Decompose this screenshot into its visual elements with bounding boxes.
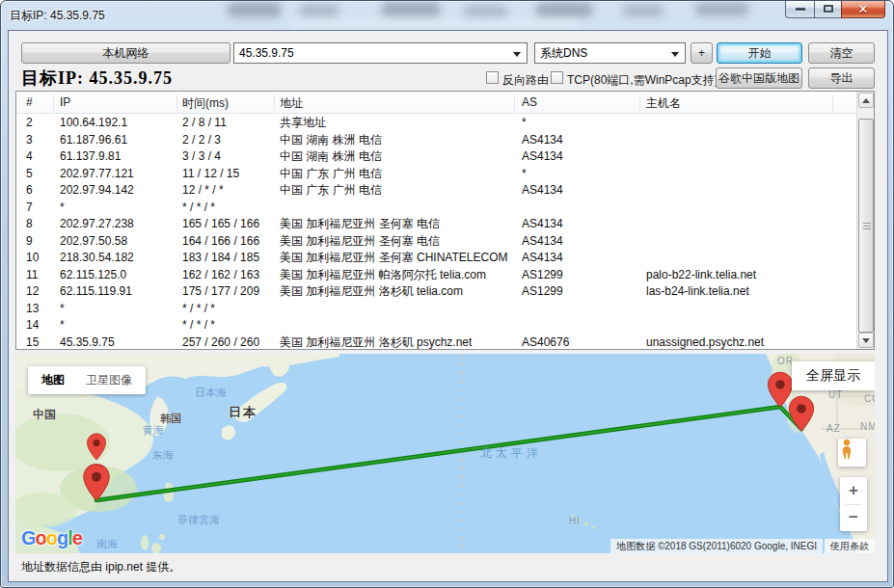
glass-reflection — [300, 5, 339, 16]
column-divider[interactable] — [639, 94, 640, 111]
table-header: # IP 时间(ms) 地址 AS 主机名 — [16, 92, 856, 114]
close-button[interactable]: ✕ — [841, 1, 885, 18]
reverse-route-checkbox[interactable] — [486, 71, 499, 84]
status-bar: 地址数据信息由 ipip.net 提供。 — [15, 553, 875, 581]
table-cell: 3 — [26, 131, 33, 148]
clear-button[interactable]: 清空 — [808, 42, 875, 64]
table-cell: 8 — [26, 215, 33, 232]
local-network-button[interactable]: 本机网络 — [21, 42, 230, 64]
table-cell: * — [60, 316, 65, 334]
table-row[interactable]: 1262.115.119.91175 / 177 / 209美国 加利福尼亚州 … — [16, 282, 856, 300]
table-cell: * — [522, 165, 527, 182]
table-row[interactable]: 6202.97.94.14212 / * / *中国 广东 广州 电信AS413… — [16, 181, 856, 199]
table-cell: 218.30.54.182 — [60, 249, 134, 266]
column-header-time[interactable]: 时间(ms) — [182, 95, 229, 112]
chevron-down-icon[interactable] — [513, 52, 521, 57]
google-logo-letter: g — [57, 527, 68, 548]
table-row[interactable]: 2100.64.192.12 / 8 / 11共享地址* — [16, 114, 856, 131]
table-row[interactable]: 14** / * / * — [16, 316, 856, 334]
map-type-map-button[interactable]: 地图 — [41, 372, 65, 388]
table-scrollbar[interactable] — [856, 92, 874, 349]
table-cell: AS40676 — [522, 334, 569, 351]
table-cell: * / * / * — [182, 199, 215, 216]
google-cn-map-button[interactable]: 谷歌中国版地图 — [716, 67, 802, 89]
table-row[interactable]: 10218.30.54.182183 / 184 / 185美国 加利福尼亚州 … — [16, 249, 856, 266]
column-header-hostname[interactable]: 主机名 — [646, 95, 681, 112]
table-cell: 美国 加利福尼亚州 圣何塞 电信 — [280, 215, 440, 232]
title-bar[interactable]: 目标IP: 45.35.9.75 ✕ — [1, 1, 893, 30]
table-cell: 美国 加利福尼亚州 帕洛阿尔托 telia.com — [280, 266, 486, 283]
column-divider[interactable] — [274, 94, 275, 111]
glass-reflection — [382, 2, 440, 16]
column-divider[interactable] — [832, 94, 833, 111]
maximize-icon — [824, 5, 833, 13]
table-cell: unassigned.psychz.net — [646, 334, 764, 351]
glass-reflection — [623, 5, 664, 16]
client-area: 本机网络 45.35.9.75 系统DNS + 开始 清空 目标IP: 45.3… — [8, 30, 888, 582]
table-row[interactable]: 1162.115.125.0162 / 162 / 163美国 加利福尼亚州 帕… — [16, 266, 856, 283]
table-row[interactable]: 1545.35.9.75257 / 260 / 260美国 加利福尼亚州 洛杉矶… — [16, 334, 856, 351]
map-type-control: 地图 卫星图像 — [28, 366, 146, 394]
table-row[interactable]: 13** / * / * — [16, 300, 856, 317]
table-row[interactable]: 361.187.96.612 / 2 / 3中国 湖南 株洲 电信AS4134 — [16, 131, 856, 148]
maximize-button[interactable] — [814, 1, 841, 18]
glass-reflection — [464, 6, 507, 17]
dns-combobox[interactable]: 系统DNS — [534, 42, 686, 64]
add-button[interactable]: + — [691, 42, 713, 64]
start-button[interactable]: 开始 — [717, 42, 802, 64]
glass-reflection — [228, 3, 281, 16]
map-type-satellite-button[interactable]: 卫星图像 — [86, 372, 132, 388]
table-cell: 美国 加利福尼亚州 圣何塞 电信 — [280, 232, 440, 250]
scrollbar-thumb[interactable] — [858, 119, 874, 333]
table-cell: 2 / 2 / 3 — [182, 131, 221, 148]
table-cell: 11 / 12 / 15 — [182, 165, 239, 182]
chevron-down-icon[interactable] — [671, 52, 679, 57]
minimize-button[interactable] — [785, 1, 814, 18]
pegman-button[interactable] — [838, 439, 866, 467]
table-cell: 美国 加利福尼亚州 洛杉矶 psychz.net — [280, 334, 472, 351]
scroll-down-button[interactable] — [858, 333, 874, 348]
app-window: 目标IP: 45.35.9.75 ✕ 本机网络 45.35.9.75 系统DNS… — [0, 0, 894, 588]
island-hawaii — [584, 521, 588, 525]
route-map[interactable]: 中国韩国日本日本海黄海东海北太平洋菲律宾海南海ORUTCOAZNMHI 地图 卫… — [15, 354, 875, 553]
table-cell: 45.35.9.75 — [60, 334, 115, 351]
column-divider[interactable] — [514, 94, 515, 111]
table-cell: 202.97.27.238 — [60, 215, 134, 232]
table-row[interactable]: 9202.97.50.58164 / 166 / 166美国 加利福尼亚州 圣何… — [16, 232, 856, 250]
column-header-index[interactable]: # — [26, 95, 33, 109]
table-row[interactable]: 7** / * / * — [16, 199, 856, 216]
table-cell: * — [60, 199, 65, 216]
minimize-icon — [796, 8, 805, 11]
tcp-label[interactable]: TCP(80端口,需WinPcap支持) — [567, 72, 718, 89]
target-ip-combobox[interactable]: 45.35.9.75 — [233, 42, 528, 64]
column-header-address[interactable]: 地址 — [280, 95, 303, 112]
terms-link[interactable]: 使用条款 — [825, 539, 875, 553]
table-cell: 164 / 166 / 166 — [182, 232, 259, 250]
dns-value: 系统DNS — [540, 45, 587, 62]
table-cell: 165 / 165 / 166 — [182, 215, 259, 232]
table-cell: las-b24-link.telia.net — [646, 282, 749, 300]
column-divider[interactable] — [176, 94, 177, 111]
table-row[interactable]: 461.137.9.813 / 3 / 4中国 湖南 株洲 电信AS4134 — [16, 147, 856, 165]
column-header-ip[interactable]: IP — [60, 95, 70, 109]
zoom-out-button[interactable]: − — [840, 504, 867, 531]
table-cell: 11 — [26, 266, 38, 283]
fullscreen-button[interactable]: 全屏显示 — [792, 361, 875, 390]
zoom-in-button[interactable]: + — [840, 477, 867, 504]
table-cell: 3 / 3 / 4 — [182, 147, 221, 165]
table-row[interactable]: 8202.97.27.238165 / 165 / 166美国 加利福尼亚州 圣… — [16, 215, 856, 232]
table-row[interactable]: 5202.97.77.12111 / 12 / 15中国 广东 广州 电信* — [16, 165, 856, 182]
table-cell: palo-b22-link.telia.net — [646, 266, 756, 283]
table-cell: 中国 湖南 株洲 电信 — [280, 131, 382, 148]
tcp-checkbox[interactable] — [551, 71, 563, 84]
scroll-up-button[interactable] — [858, 93, 874, 108]
column-divider[interactable] — [53, 94, 54, 111]
reverse-route-label[interactable]: 反向路由 — [502, 72, 549, 89]
export-button[interactable]: 导出 — [808, 67, 875, 89]
google-logo-letter: G — [21, 527, 36, 548]
column-header-as[interactable]: AS — [522, 95, 537, 109]
table-cell: 162 / 162 / 163 — [182, 266, 259, 283]
table-cell: 美国 加利福尼亚州 圣何塞 CHINATELECOM — [280, 249, 507, 266]
google-logo[interactable]: Google — [21, 527, 82, 549]
table-cell: 202.97.50.58 — [60, 232, 127, 250]
